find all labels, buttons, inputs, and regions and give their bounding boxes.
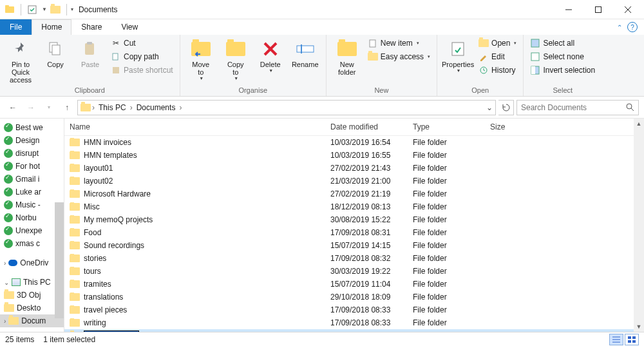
tab-share[interactable]: Share [71, 19, 111, 35]
tab-file[interactable]: File [0, 19, 32, 35]
breadcrumb-separator-icon[interactable]: › [130, 103, 133, 112]
easy-access-drop-icon[interactable]: ▾ [428, 54, 430, 59]
nav-forward-button[interactable]: → [23, 100, 39, 115]
new-item-drop-icon[interactable]: ▾ [417, 41, 419, 46]
edit-button[interactable]: Edit [477, 51, 518, 62]
tree-item[interactable]: Best we [0, 121, 64, 134]
table-row[interactable]: tours30/03/2019 19:22File folder [64, 265, 644, 278]
address-history-drop-icon[interactable]: ⌄ [486, 103, 493, 112]
svg-rect-29 [628, 336, 631, 339]
tree-item-label: Music - [15, 200, 41, 209]
breadcrumb-separator-icon[interactable]: › [179, 103, 182, 112]
window-close-button[interactable] [613, 0, 643, 19]
table-row[interactable]: tramites15/07/2019 11:04File folder [64, 278, 644, 291]
tab-home[interactable]: Home [32, 19, 71, 35]
open-drop-icon[interactable]: ▾ [514, 41, 516, 46]
file-rows[interactable]: HMN invoices10/03/2019 16:54File folderH… [64, 136, 644, 332]
table-row[interactable]: Food17/09/2018 08:31File folder [64, 226, 644, 239]
tree-item[interactable]: Gmail i [0, 173, 64, 186]
nav-back-button[interactable]: ← [5, 100, 21, 115]
column-name[interactable]: Name [64, 122, 325, 131]
column-headers[interactable]: Name Date modified Type Size [64, 119, 644, 136]
delete-drop-icon[interactable]: ▼ [269, 68, 273, 73]
select-all-button[interactable]: Select all [529, 37, 596, 49]
table-row[interactable]: travel pieces17/09/2018 08:33File folder [64, 303, 644, 316]
copy-to-drop-icon[interactable]: ▼ [234, 76, 238, 81]
qat-customize-drop[interactable]: ▾ [71, 6, 73, 12]
help-icon[interactable]: ? [627, 22, 638, 32]
breadcrumb-documents[interactable]: Documents [134, 103, 178, 112]
ribbon-collapse-chevron-icon[interactable]: ⌃ [617, 24, 622, 31]
history-button[interactable]: History [477, 64, 518, 76]
navigation-tree[interactable]: Best weDesigndisruptFor hotGmail iLuke a… [0, 119, 64, 332]
tree-item[interactable]: For hot [0, 160, 64, 173]
file-name: tours [84, 267, 101, 276]
paste-shortcut-button[interactable]: Paste shortcut [109, 64, 175, 76]
chevron-icon[interactable]: ⌄ [4, 279, 9, 286]
table-row[interactable]: Sound recordings15/07/2019 14:15File fol… [64, 239, 644, 252]
file-scrollbar[interactable]: ▲ ▼ [634, 119, 644, 332]
table-row[interactable]: My memoQ projects30/08/2019 15:22File fo… [64, 213, 644, 226]
cut-button[interactable]: ✂Cut [109, 37, 175, 49]
copy-path-button[interactable]: Copy path [109, 51, 175, 62]
qat-properties-icon[interactable] [26, 4, 38, 15]
pin-to-quick-access-button[interactable]: Pin to Quick access [5, 37, 36, 84]
new-item-button[interactable]: New item▾ [366, 37, 431, 49]
column-date[interactable]: Date modified [325, 122, 408, 131]
easy-access-button[interactable]: Easy access▾ [366, 51, 431, 62]
table-row[interactable]: HMN templates10/03/2019 16:55File folder [64, 149, 644, 162]
table-row[interactable]: layout0221/03/2019 21:00File folder [64, 175, 644, 187]
address-bar[interactable]: › This PC › Documents › ⌄ [77, 100, 496, 115]
table-row[interactable]: HMN invoices10/03/2019 16:54File folder [64, 136, 644, 149]
invert-selection-button[interactable]: Invert selection [529, 64, 596, 76]
svg-rect-15 [297, 46, 314, 52]
nav-recent-drop[interactable]: ▾ [41, 100, 57, 115]
breadcrumb-separator-icon[interactable]: › [92, 103, 95, 112]
refresh-button[interactable] [498, 100, 514, 115]
column-type[interactable]: Type [408, 122, 485, 131]
table-row[interactable]: Microsoft Hardware27/02/2019 21:19File f… [64, 187, 644, 200]
tree-item[interactable]: Design [0, 134, 64, 147]
copy-button[interactable]: Copy [40, 37, 71, 68]
window-minimize-button[interactable] [554, 0, 583, 19]
properties-button[interactable]: Properties▼ [442, 37, 473, 73]
open-button[interactable]: Open▾ [477, 37, 518, 49]
qat-newfolder-icon[interactable] [50, 4, 61, 15]
tree-item-label: Unexpe [15, 226, 42, 235]
paste-button[interactable]: Paste [75, 37, 106, 68]
file-date: 27/02/2019 21:19 [325, 189, 408, 198]
properties-drop-icon[interactable]: ▼ [457, 68, 461, 73]
scroll-up-icon[interactable]: ▲ [636, 119, 642, 129]
search-box[interactable]: Search Documents [516, 100, 639, 115]
tree-item[interactable]: disrupt [0, 147, 64, 160]
table-row[interactable]: translations29/10/2018 18:09File folder [64, 291, 644, 303]
table-row[interactable]: stories17/09/2018 08:32File folder [64, 252, 644, 265]
new-folder-button[interactable]: New folder [332, 37, 363, 76]
rename-button[interactable]: Rename [290, 37, 321, 68]
chevron-icon[interactable]: › [4, 260, 6, 267]
table-row[interactable]: writing17/09/2018 08:33File folder [64, 316, 644, 329]
window-maximize-button[interactable] [583, 0, 613, 19]
breadcrumb-thispc[interactable]: This PC [96, 103, 129, 112]
column-size[interactable]: Size [485, 122, 536, 131]
move-to-drop-icon[interactable]: ▼ [199, 76, 204, 81]
view-icons-button[interactable] [625, 334, 639, 345]
tab-view[interactable]: View [111, 19, 147, 35]
view-details-button[interactable] [609, 334, 623, 345]
nav-up-button[interactable]: ↑ [59, 100, 75, 115]
copy-to-button[interactable]: Copy to▼ [220, 37, 251, 81]
rename-input[interactable]: New folder [84, 331, 139, 332]
scroll-down-icon[interactable]: ▼ [636, 322, 642, 332]
qat-properties-drop[interactable]: ▼ [42, 6, 47, 12]
move-to-button[interactable]: Move to▼ [185, 37, 216, 81]
delete-button[interactable]: Delete▼ [255, 37, 286, 73]
tree-item[interactable]: Luke ar [0, 186, 64, 198]
table-row[interactable]: layout0127/02/2019 21:43File folder [64, 162, 644, 175]
file-type: File folder [408, 164, 485, 173]
chevron-icon[interactable]: › [4, 318, 6, 325]
table-row[interactable]: Misc18/12/2019 08:13File folder [64, 200, 644, 213]
table-row[interactable]: New folder18/12/2019 08:13File folder [64, 329, 644, 332]
select-none-button[interactable]: Select none [529, 51, 596, 62]
tree-scrollbar[interactable] [55, 202, 64, 318]
copy-icon [45, 39, 66, 59]
